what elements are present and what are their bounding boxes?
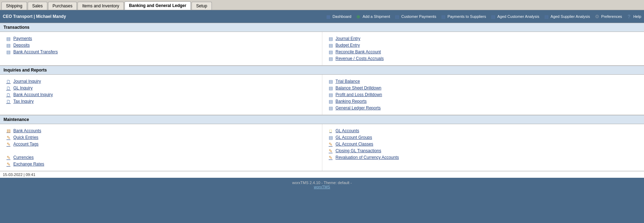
profit-loss-link[interactable]: ▤ Profit and Loss Drilldown xyxy=(328,92,639,97)
gl-accounts-icon: □ xyxy=(328,128,334,134)
toolbar-dashboard[interactable]: ▦ Dashboard xyxy=(326,14,351,19)
footer: worxTMS 2.4.10 - Theme: default - worxTM… xyxy=(0,178,644,192)
revaluation-icon: ✎ xyxy=(328,155,334,160)
gl-reports-link[interactable]: ▤ General Ledger Reports xyxy=(328,105,639,111)
revenue-costs-icon: ▤ xyxy=(328,56,334,61)
spacer xyxy=(6,148,316,153)
gl-account-groups-link[interactable]: ▤ GL Account Groups xyxy=(328,135,639,140)
inquiries-right-col: ▤ Trial Balance ▤ Balance Sheet Drilldow… xyxy=(322,75,644,115)
bank-accounts-link[interactable]: ▤ Bank Accounts xyxy=(6,128,316,134)
tab-shipping[interactable]: Shipping xyxy=(1,2,27,10)
transactions-header: Transactions xyxy=(0,23,644,32)
closing-gl-link[interactable]: ✎ Closing GL Transactions xyxy=(328,148,639,154)
revaluation-link[interactable]: ✎ Revaluation of Currency Accounts xyxy=(328,155,639,160)
transactions-left-col: ▤ Payments ▤ Deposits ▤ Bank Account Tra… xyxy=(0,32,322,65)
deposits-link[interactable]: ▤ Deposits xyxy=(6,42,316,48)
maintenance-body: ▤ Bank Accounts ✎ Quick Entries ✎ Accoun… xyxy=(0,124,644,171)
profit-loss-icon: ▤ xyxy=(328,92,334,97)
aged-customer-icon: ▤ xyxy=(490,14,496,19)
balance-sheet-link[interactable]: ▤ Balance Sheet Drilldown xyxy=(328,85,639,91)
currencies-link[interactable]: ✎ Currencies xyxy=(6,155,316,160)
maintenance-header: Maintenance xyxy=(0,115,644,124)
payments-link[interactable]: ▤ Payments xyxy=(6,36,316,41)
trial-balance-icon: ▤ xyxy=(328,79,334,84)
tab-items-inventory[interactable]: Items and Inventory xyxy=(78,2,123,10)
deposits-icon: ▤ xyxy=(6,42,11,48)
toolbar-add-shipment[interactable]: ⊕ Add a Shipment xyxy=(356,14,390,19)
quick-entries-link[interactable]: ✎ Quick Entries xyxy=(6,135,316,140)
journal-entry-link[interactable]: ▤ Journal Entry xyxy=(328,36,639,41)
maintenance-section: Maintenance ▤ Bank Accounts ✎ Quick Entr… xyxy=(0,115,644,171)
journal-inquiry-link[interactable]: 🗋 Journal Inquiry xyxy=(6,79,316,84)
revenue-costs-link[interactable]: ▤ Revenue / Costs Accruals xyxy=(328,56,639,61)
toolbar-payments-suppliers[interactable]: ▤ Payments to Suppliers xyxy=(441,14,486,19)
banking-reports-icon: ▤ xyxy=(328,99,334,104)
account-tags-icon: ✎ xyxy=(6,141,11,147)
gl-account-groups-icon: ▤ xyxy=(328,135,334,140)
budget-entry-link[interactable]: ▤ Budget Entry xyxy=(328,42,639,48)
gl-account-classes-icon: ✎ xyxy=(328,141,334,147)
reconcile-bank-link[interactable]: ▤ Reconcile Bank Account xyxy=(328,49,639,55)
tab-setup[interactable]: Setup xyxy=(192,2,212,10)
payments-suppliers-icon: ▤ xyxy=(441,14,446,19)
exchange-rates-link[interactable]: ✎ Exchange Rates xyxy=(6,161,316,167)
add-shipment-icon: ⊕ xyxy=(356,14,361,19)
company-label: CEO Transport | Michael Mandy xyxy=(3,14,66,19)
transactions-right-col: ▤ Journal Entry ▤ Budget Entry ▤ Reconci… xyxy=(322,32,644,65)
help-icon: ? xyxy=(626,14,632,19)
tab-purchases[interactable]: Purchases xyxy=(48,2,77,10)
preferences-icon: ⚙ xyxy=(594,14,600,19)
top-tab-bar: ShippingSalesPurchasesItems and Inventor… xyxy=(0,0,644,10)
maintenance-left-col: ▤ Bank Accounts ✎ Quick Entries ✎ Accoun… xyxy=(0,124,322,171)
maintenance-right-col: □ GL Accounts ▤ GL Account Groups ✎ GL A… xyxy=(322,124,644,171)
tax-inquiry-link[interactable]: 🗋 Tax Inquiry xyxy=(6,99,316,104)
aged-supplier-icon: ▤ xyxy=(544,14,549,19)
bank-account-inquiry-icon: 🗋 xyxy=(6,92,11,97)
currencies-icon: ✎ xyxy=(6,155,11,160)
main-content: Transactions ▤ Payments ▤ Deposits ▤ Ban… xyxy=(0,23,644,171)
quick-entries-icon: ✎ xyxy=(6,135,11,140)
tax-inquiry-icon: 🗋 xyxy=(6,99,11,104)
toolbar-aged-supplier[interactable]: ▤ Aged Supplier Analysis xyxy=(544,14,590,19)
account-tags-link[interactable]: ✎ Account Tags xyxy=(6,141,316,147)
inquiries-left-col: 🗋 Journal Inquiry 🗋 GL Inquiry 🗋 Bank Ac… xyxy=(0,75,322,115)
balance-sheet-icon: ▤ xyxy=(328,85,334,91)
customer-payments-icon: ▤ xyxy=(394,14,400,19)
journal-inquiry-icon: 🗋 xyxy=(6,79,11,84)
bank-account-transfers-link[interactable]: ▤ Bank Account Transfers xyxy=(6,49,316,55)
footer-link[interactable]: worxTMS xyxy=(3,185,641,189)
bank-transfers-icon: ▤ xyxy=(6,49,11,55)
inquiries-section: Inquiries and Reports 🗋 Journal Inquiry … xyxy=(0,66,644,115)
bank-account-inquiry-link[interactable]: 🗋 Bank Account Inquiry xyxy=(6,92,316,97)
status-bar: 15-03-2022 | 09:41 xyxy=(0,171,644,178)
gl-accounts-link[interactable]: □ GL Accounts xyxy=(328,128,639,134)
toolbar: CEO Transport | Michael Mandy ▦ Dashboar… xyxy=(0,10,644,23)
trial-balance-link[interactable]: ▤ Trial Balance xyxy=(328,79,639,84)
toolbar-customer-payments[interactable]: ▤ Customer Payments xyxy=(394,14,436,19)
status-datetime: 15-03-2022 | 09:41 xyxy=(3,173,35,177)
transactions-section: Transactions ▤ Payments ▤ Deposits ▤ Ban… xyxy=(0,23,644,66)
gl-inquiry-link[interactable]: 🗋 GL Inquiry xyxy=(6,85,316,91)
gl-account-classes-link[interactable]: ✎ GL Account Classes xyxy=(328,141,639,147)
exchange-rates-icon: ✎ xyxy=(6,161,11,167)
transactions-body: ▤ Payments ▤ Deposits ▤ Bank Account Tra… xyxy=(0,32,644,66)
tab-sales[interactable]: Sales xyxy=(28,2,47,10)
tab-banking[interactable]: Banking and General Ledger xyxy=(125,1,191,10)
toolbar-help[interactable]: ? Help xyxy=(626,14,641,19)
toolbar-aged-customer[interactable]: ▤ Aged Customer Analysis xyxy=(490,14,539,19)
banking-reports-link[interactable]: ▤ Banking Reports xyxy=(328,99,639,104)
inquiries-body: 🗋 Journal Inquiry 🗋 GL Inquiry 🗋 Bank Ac… xyxy=(0,75,644,115)
dashboard-icon: ▦ xyxy=(326,14,331,19)
gl-reports-icon: ▤ xyxy=(328,105,334,111)
toolbar-preferences[interactable]: ⚙ Preferences xyxy=(594,14,622,19)
gl-inquiry-icon: 🗋 xyxy=(6,85,11,91)
bank-accounts-icon: ▤ xyxy=(6,128,11,134)
reconcile-bank-icon: ▤ xyxy=(328,49,334,55)
closing-gl-icon: ✎ xyxy=(328,148,334,154)
budget-entry-icon: ▤ xyxy=(328,42,334,48)
footer-version: worxTMS 2.4.10 - Theme: default - xyxy=(3,181,641,185)
payments-icon: ▤ xyxy=(6,36,11,41)
journal-entry-icon: ▤ xyxy=(328,36,334,41)
inquiries-header: Inquiries and Reports xyxy=(0,66,644,75)
